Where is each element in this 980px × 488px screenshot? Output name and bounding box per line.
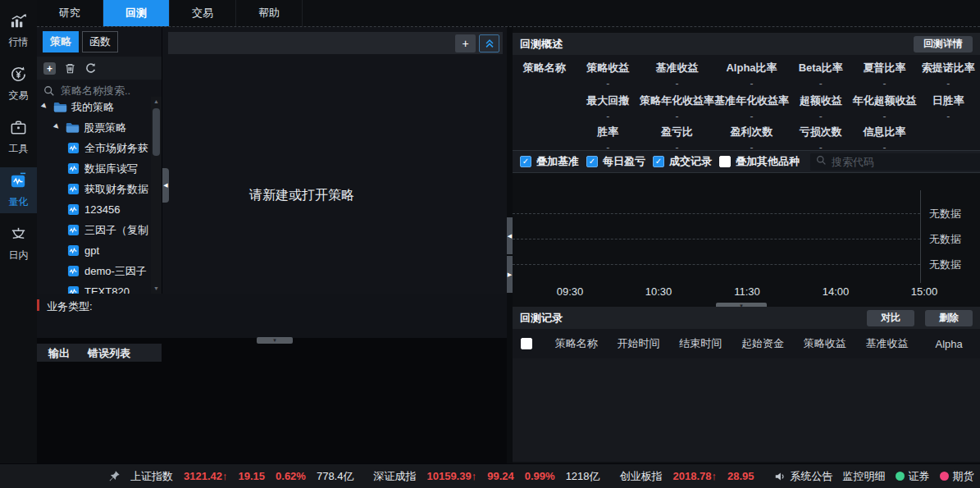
nav-tab[interactable]: 交易 (170, 0, 236, 26)
records-column-header: Alpha (918, 338, 980, 350)
metric-cell: 日胜率- (917, 88, 980, 119)
sidebar-item-intraday[interactable]: 日内 (0, 221, 37, 267)
nav-tab[interactable]: 回测 (103, 0, 170, 26)
strategy-search-input[interactable] (61, 84, 147, 97)
metric-label: 盈亏比 (661, 125, 693, 139)
scroll-up-icon[interactable]: ▲ (151, 97, 162, 107)
index-price: 10159.39↑ (426, 470, 476, 482)
tree-item[interactable]: 全市场财务获 (37, 138, 151, 158)
market-status: 证券 (896, 469, 930, 484)
overview-title: 回测概述 (520, 37, 563, 52)
records-column-header: 起始资金 (732, 336, 794, 351)
explorer-toolbar: + (37, 57, 162, 80)
index-change: 99.24 (487, 470, 514, 482)
explorer-tab[interactable]: 函数 (82, 31, 118, 52)
tree-item[interactable]: ▶股票策略 (37, 117, 151, 138)
tree-item[interactable]: demo-三因子 (37, 261, 151, 281)
collapse-panel-button[interactable] (479, 34, 499, 52)
console-collapse-handle[interactable]: ▼ (257, 337, 293, 344)
metric-label: 策略名称 (523, 61, 566, 75)
backtest-chart: 无数据无数据无数据 (513, 187, 980, 283)
pin-icon[interactable] (108, 470, 121, 482)
tools-icon (9, 118, 28, 139)
metric-cell: 盈利次数- (714, 119, 789, 150)
records-column-header: 基准收益 (856, 336, 918, 351)
filter-checkbox[interactable]: ✓成交记录 (653, 154, 712, 169)
index-amount: 1218亿 (566, 469, 600, 484)
filter-checkbox[interactable]: ✓每日盈亏 (586, 154, 645, 169)
strategy-file-icon (66, 183, 80, 195)
system-announcement[interactable]: 系统公告 (774, 469, 833, 484)
compare-button[interactable]: 对比 (867, 310, 914, 326)
editor-area: + 请新建或打开策略 ◀ (162, 27, 507, 294)
expand-arrow-icon[interactable]: ▶ (40, 102, 51, 112)
expand-arrow-icon[interactable]: ▶ (52, 122, 63, 133)
tree-item-label: 股票策略 (84, 121, 126, 135)
monitor-detail-link[interactable]: 监控明细 (843, 469, 886, 484)
sidebar-item-tools[interactable]: 工具 (0, 114, 37, 160)
no-data-label: 无数据 (929, 258, 961, 272)
collapse-right-handle[interactable]: ▶ (507, 256, 513, 293)
delete-strategy-button[interactable] (64, 62, 76, 75)
tree-item[interactable]: 数据库读写 (37, 158, 151, 179)
tree-item-label: 123456 (84, 203, 120, 216)
sidebar-item-quant[interactable]: 量化 (0, 167, 37, 213)
tree-item-label: 我的策略 (71, 100, 114, 115)
sidebar-item-trade[interactable]: 交易 (0, 61, 37, 107)
tree-item[interactable]: TEXT820 (37, 281, 151, 294)
records-select-all[interactable] (521, 338, 545, 349)
strategy-file-icon (66, 265, 80, 277)
records-table-body (513, 358, 980, 462)
metric-label: 策略年化收益率 (640, 93, 714, 108)
nav-tab[interactable]: 研究 (37, 0, 103, 26)
index-change: 19.15 (239, 470, 266, 482)
tree-item[interactable]: 获取财务数据 (37, 179, 151, 199)
metric-cell: 基准年化收益率- (714, 88, 789, 119)
market-status: 期货 (940, 469, 974, 484)
explorer-tab[interactable]: 策略 (43, 31, 79, 52)
code-search-box[interactable]: ✕ (810, 153, 980, 171)
filter-label: 叠加基准 (536, 154, 579, 169)
records-column-header: 策略名称 (545, 336, 608, 351)
strategy-file-icon (66, 162, 80, 175)
metric-cell: 策略年化收益率- (640, 88, 714, 119)
metric-cell: Beta比率- (789, 55, 853, 88)
collapse-left-handle[interactable]: ◀ (507, 217, 513, 254)
metric-cell: 盈亏比- (640, 119, 714, 150)
search-icon (43, 85, 55, 97)
console-tab[interactable]: 错误列表 (88, 346, 130, 362)
console-tab[interactable]: 输出 (48, 346, 70, 362)
explorer-tabs: 策略函数 (37, 27, 162, 52)
metric-label: 基准收益 (656, 61, 699, 75)
delete-record-button[interactable]: 删除 (925, 310, 973, 326)
editor-tabstrip: + (168, 32, 503, 54)
add-strategy-button[interactable]: + (43, 62, 56, 75)
tree-scrollbar[interactable]: ▲ ▼ (151, 97, 162, 294)
tree-item[interactable]: gpt (37, 240, 151, 261)
index-quote: 上证指数3121.42↑19.150.62%778.4亿 (130, 469, 353, 484)
tree-item[interactable]: ▶我的策略 (37, 97, 151, 117)
tree-item[interactable]: 123456 (37, 199, 151, 220)
plus-icon: + (43, 62, 56, 75)
scroll-down-icon[interactable]: ▼ (151, 284, 162, 294)
x-axis-tick: 15:00 (911, 285, 938, 298)
backtest-detail-button[interactable]: 回测详情 (914, 36, 973, 52)
market-icon (9, 11, 28, 33)
filter-checkbox[interactable]: 叠加其他品种 (719, 154, 800, 169)
new-tab-button[interactable]: + (455, 34, 476, 52)
nav-tab[interactable]: 帮助 (236, 0, 303, 26)
tree-item[interactable]: 三因子（复制 (37, 220, 151, 240)
sidebar-item-market[interactable]: 行情 (0, 7, 37, 53)
filter-checkbox[interactable]: ✓叠加基准 (520, 154, 579, 169)
metric-cell: 基准收益- (640, 55, 714, 88)
speaker-icon (774, 471, 786, 482)
metric-cell: 索提诺比率- (917, 55, 980, 88)
top-nav: 研究回测交易帮助 (37, 0, 980, 27)
index-amount: 778.4亿 (317, 469, 354, 484)
code-search-input[interactable] (832, 156, 976, 168)
metric-label: Alpha比率 (726, 61, 777, 75)
business-type-label: 业务类型: (47, 300, 93, 312)
scrollbar-thumb[interactable] (153, 108, 160, 156)
explorer-collapse-handle[interactable]: ◀ (162, 168, 169, 203)
refresh-button[interactable] (84, 62, 97, 75)
